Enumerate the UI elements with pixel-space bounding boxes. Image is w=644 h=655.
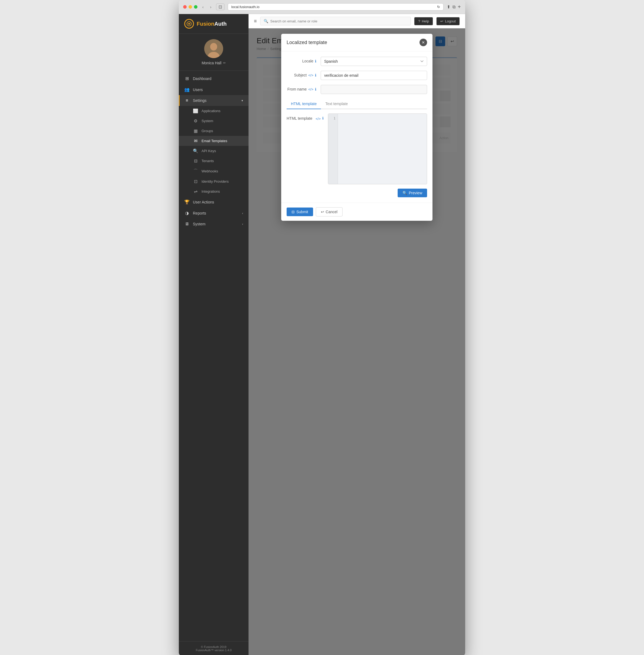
maximize-dot[interactable] [194, 5, 198, 9]
sidebar-item-user-actions[interactable]: 🏆 User Actions [179, 197, 249, 207]
sidebar-item-api-keys[interactable]: 🔍 API Keys [179, 146, 249, 156]
sidebar-item-label: System [193, 222, 206, 226]
reload-icon[interactable]: ↻ [437, 5, 440, 9]
webhooks-icon: ⌒ [193, 168, 198, 174]
modal-header: Localized template ✕ [281, 34, 433, 51]
subject-info-icon[interactable]: ℹ [315, 73, 316, 77]
share-button[interactable]: ⬆ [447, 4, 450, 9]
forward-button[interactable]: › [209, 4, 213, 10]
sidebar-sub-label: Groups [202, 129, 213, 133]
logout-icon: ↩ [440, 19, 443, 23]
modal-close-button[interactable]: ✕ [419, 39, 427, 46]
preview-button[interactable]: 🔍 Preview [398, 188, 427, 197]
tab-text-template[interactable]: Text template [321, 99, 352, 109]
sidebar-item-groups[interactable]: ▦ Groups [179, 126, 249, 136]
url-bar[interactable]: local.fusionauth.io ↻ [228, 3, 443, 10]
sidebar-toggle-button[interactable]: ⊡ [216, 3, 225, 10]
groups-icon: ▦ [193, 128, 198, 134]
sidebar-item-email-templates[interactable]: ✉ Email Templates [179, 136, 249, 146]
sidebar-item-dashboard[interactable]: ⊞ Dashboard [179, 73, 249, 84]
sidebar-footer: © FusionAuth 2019 FusionAuth™ version 1.… [179, 641, 249, 655]
from-name-input[interactable] [321, 85, 427, 94]
api-keys-icon: 🔍 [193, 148, 198, 154]
subject-label: Subject </> ℹ [286, 71, 316, 77]
sidebar-item-label: Users [193, 88, 203, 92]
html-template-label: HTML template </> ℹ [286, 113, 324, 121]
integrations-icon: ⇌ [193, 189, 198, 194]
browser-titlebar: ‹ › ⊡ local.fusionauth.io ↻ ⬆ ⧉ + [179, 0, 465, 14]
help-button[interactable]: ? Help [414, 17, 433, 25]
submit-icon: ⊟ [292, 210, 295, 214]
subject-input[interactable] [321, 71, 427, 80]
modal-title: Localized template [286, 40, 327, 45]
submit-button[interactable]: ⊟ Submit [286, 207, 313, 216]
browser-dots [183, 5, 198, 9]
sidebar-item-integrations[interactable]: ⇌ Integrations [179, 186, 249, 197]
subject-field-group: Subject </> ℹ [286, 71, 427, 80]
search-input[interactable] [270, 19, 408, 23]
html-code-icon[interactable]: </> [316, 117, 321, 121]
sidebar-item-users[interactable]: 👥 Users [179, 84, 249, 95]
sidebar-sub-label: Applications [202, 109, 221, 113]
tab-html-template[interactable]: HTML template [286, 99, 321, 109]
user-edit-icon[interactable]: ✏ [223, 61, 226, 65]
sidebar-item-webhooks[interactable]: ⌒ Webhooks [179, 166, 249, 177]
page-area: Edit Email Template Home / Settings / Em… [249, 28, 465, 655]
from-name-code-icon[interactable]: </> [308, 87, 313, 91]
cancel-button[interactable]: ↩ Cancel [316, 207, 343, 217]
logo-icon [184, 19, 194, 29]
sidebar-sub-label: API Keys [202, 149, 216, 153]
sidebar-sub-label: System [202, 119, 213, 123]
sidebar-item-label: User Actions [193, 200, 214, 204]
url-text: local.fusionauth.io [231, 5, 259, 9]
sidebar: FusionAuth Monica Hall ✏ [179, 14, 249, 655]
sidebar-item-label: Reports [193, 211, 206, 216]
locale-select[interactable]: Spanish French German [321, 57, 427, 66]
sidebar-sub-label: Identity Providers [202, 179, 229, 183]
sidebar-item-reports[interactable]: ◑ Reports ‹ [179, 207, 249, 219]
logo-text: FusionAuth [197, 21, 227, 27]
sidebar-sub-label: Tenants [202, 159, 214, 163]
top-nav: ≡ 🔍 ? Help ↩ Logout [249, 14, 465, 28]
new-tab-button[interactable]: + [458, 4, 461, 10]
html-info-icon[interactable]: ℹ [322, 116, 324, 120]
from-name-info-icon[interactable]: ℹ [315, 87, 316, 91]
back-button[interactable]: ‹ [201, 4, 205, 10]
duplicate-button[interactable]: ⧉ [453, 5, 456, 9]
sidebar-item-applications[interactable]: ⬜ Applications [179, 106, 249, 116]
main-content: ≡ 🔍 ? Help ↩ Logout Edit Email [249, 14, 465, 655]
locale-info-icon[interactable]: ℹ [315, 59, 316, 63]
close-dot[interactable] [183, 5, 187, 9]
code-area[interactable] [338, 114, 427, 184]
locale-field-group: Locale ℹ Spanish French German [286, 57, 427, 66]
email-icon: ✉ [193, 138, 198, 143]
sidebar-item-settings[interactable]: ≡ Settings ▾ [179, 95, 249, 106]
search-icon: 🔍 [263, 19, 268, 23]
sidebar-sub-label: Email Templates [202, 139, 227, 143]
modal-body: Locale ℹ Spanish French German [281, 51, 433, 203]
identity-icon: ⊡ [193, 179, 198, 184]
app-layout: FusionAuth Monica Hall ✏ [179, 14, 465, 655]
html-code-editor[interactable]: 1 [328, 113, 427, 184]
logout-button[interactable]: ↩ Logout [436, 17, 460, 25]
settings-icon: ≡ [184, 98, 190, 103]
users-icon: 👥 [184, 87, 190, 92]
hamburger-button[interactable]: ≡ [254, 18, 257, 24]
tenants-icon: ⊟ [193, 158, 198, 163]
system2-icon: 🖥 [184, 222, 190, 226]
system-icon: ⚙ [193, 118, 198, 123]
sidebar-item-tenants[interactable]: ⊟ Tenants [179, 156, 249, 166]
sidebar-item-identity-providers[interactable]: ⊡ Identity Providers [179, 177, 249, 186]
sidebar-item-system2[interactable]: 🖥 System ‹ [179, 219, 249, 229]
search-bar[interactable]: 🔍 [260, 17, 411, 25]
sidebar-item-label: Settings [193, 98, 207, 103]
user-actions-icon: 🏆 [184, 199, 190, 205]
sidebar-sub-label: Webhooks [202, 169, 218, 173]
svg-point-2 [188, 23, 190, 25]
sidebar-item-system[interactable]: ⚙ System [179, 116, 249, 126]
avatar [204, 39, 223, 58]
minimize-dot[interactable] [188, 5, 192, 9]
sidebar-logo: FusionAuth [179, 14, 249, 34]
subject-code-icon[interactable]: </> [308, 73, 313, 77]
from-name-label: From name </> ℹ [286, 85, 316, 91]
